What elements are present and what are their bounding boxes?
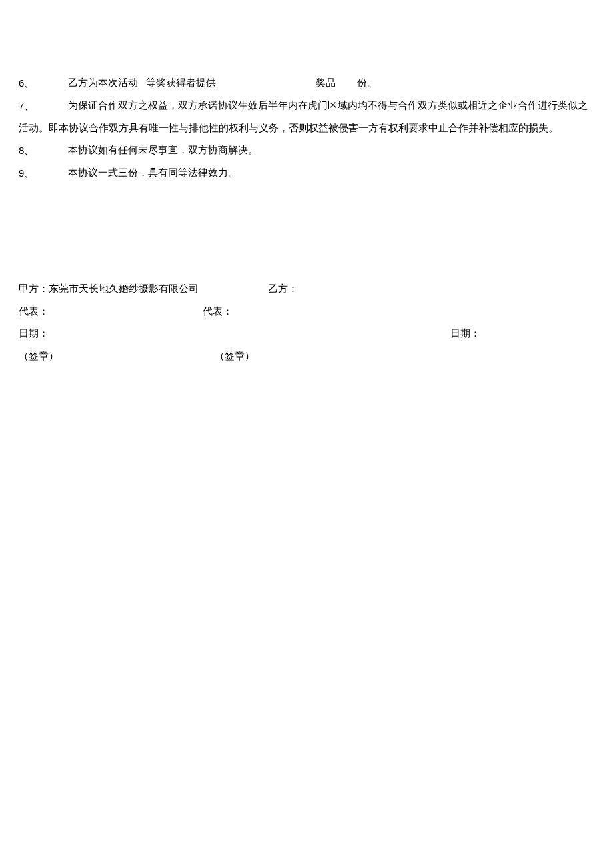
signature-block: 甲方：东莞市天长地久婚纱摄影有限公司 乙方： 代表： 代表： 日期： 日期： （… [19,278,594,368]
clause-number: 6、 [19,72,68,95]
clause-number: 8、 [19,139,68,162]
clause-9: 9、本协议一式三份，具有同等法律效力。 [19,162,594,185]
representative-row: 代表： 代表： [19,301,594,323]
clause-number: 9、 [19,162,68,185]
party-a: 甲方：东莞市天长地久婚纱摄影有限公司 [19,278,268,301]
clause-text: 份。 [357,77,377,88]
date-b-label: 日期： [450,323,480,345]
clause-text: 本协议如有任何未尽事宜，双方协商解决。 [68,145,258,155]
party-row: 甲方：东莞市天长地久婚纱摄影有限公司 乙方： [19,278,594,301]
clause-7: 7、为保证合作双方之权益，双方承诺协议生效后半年内在虎门区域内均不得与合作双方类… [19,95,594,140]
seal-b-label: （签章） [215,345,255,368]
clause-text: 奖品 [316,77,336,88]
clause-text: 本协议一式三份，具有同等法律效力。 [68,167,238,178]
rep-b-label: 代表： [203,301,233,323]
party-b-label: 乙方： [268,278,298,301]
party-a-label: 甲方： [19,283,49,294]
clause-6: 6、乙方为本次活动等奖获得者提供奖品份。 [19,72,594,95]
clause-text: 乙方为本次活动 [68,77,138,88]
date-a-label: 日期： [19,323,450,345]
clause-text: 为保证合作双方之权益，双方承诺协议生效后半年内在虎门区域内均不得与合作双方类似或… [19,100,588,133]
clause-8: 8、本协议如有任何未尽事宜，双方协商解决。 [19,139,594,162]
seal-a-label: （签章） [19,345,215,368]
party-a-name: 东莞市天长地久婚纱摄影有限公司 [49,283,199,294]
seal-row: （签章） （签章） [19,345,594,368]
date-row: 日期： 日期： [19,323,594,345]
clause-number: 7、 [19,95,68,117]
rep-a-label: 代表： [19,301,203,323]
clause-text: 等奖获得者提供 [146,77,216,88]
